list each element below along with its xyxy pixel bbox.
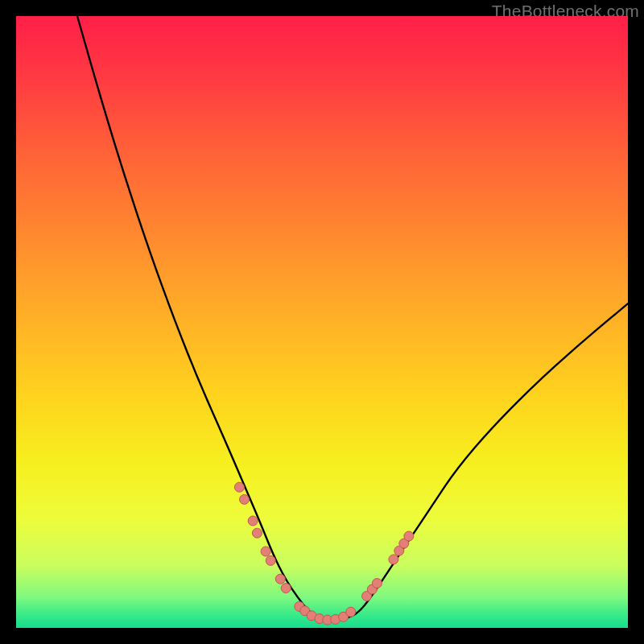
highlight-dot <box>372 579 382 588</box>
highlight-dot <box>266 555 275 565</box>
highlight-dot <box>275 574 285 584</box>
plot-area <box>16 16 628 628</box>
highlight-dot <box>240 494 250 504</box>
highlight-dot <box>234 482 244 492</box>
chart-stage: TheBottleneck.com <box>0 0 644 644</box>
highlight-dot <box>346 607 356 617</box>
highlight-dot <box>281 584 291 593</box>
highlight-dots <box>234 482 414 625</box>
highlight-dot <box>248 516 258 526</box>
curve-svg <box>16 16 628 628</box>
highlight-dot <box>252 528 262 538</box>
bottleneck-curve <box>77 16 628 620</box>
highlight-dot <box>404 531 414 541</box>
highlight-dot <box>389 555 398 564</box>
highlight-dot <box>261 547 270 556</box>
